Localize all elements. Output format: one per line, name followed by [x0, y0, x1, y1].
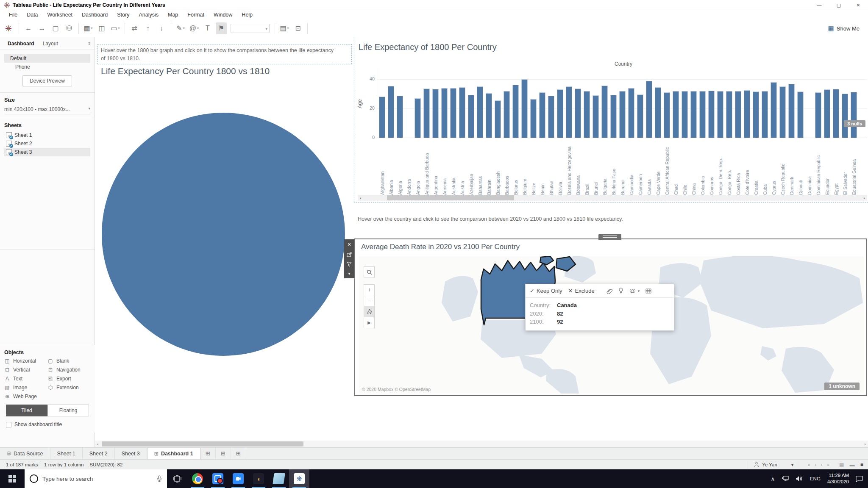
- object-extension[interactable]: ⬡Extension: [47, 385, 91, 391]
- bar-mark-chile[interactable]: [682, 91, 688, 138]
- bar-mark-afghanistan[interactable]: [379, 97, 385, 138]
- go-to-sheet-icon[interactable]: [347, 252, 352, 257]
- menu-format[interactable]: Format: [183, 12, 209, 18]
- bar-mark-burkina-faso[interactable]: [610, 95, 617, 138]
- maximize-icon[interactable]: ▢: [829, 0, 849, 10]
- floating-button[interactable]: Floating: [47, 405, 89, 416]
- user-menu[interactable]: Ye Yan ▾: [748, 461, 800, 469]
- object-blank[interactable]: ▢Blank: [47, 358, 91, 364]
- presentation-mode-button[interactable]: ⊡: [292, 22, 303, 34]
- show-cards-button[interactable]: ▤▾: [279, 22, 290, 34]
- scroll-thumb[interactable]: [387, 195, 514, 200]
- fit-dropdown[interactable]: ▾: [231, 24, 270, 33]
- undo-button[interactable]: ←: [23, 22, 34, 34]
- tableau-home-icon[interactable]: [5, 25, 12, 32]
- object-horizontal[interactable]: ◫Horizontal: [4, 358, 47, 364]
- fix-axes-pin-button[interactable]: ⚑: [216, 22, 227, 34]
- sheet-list-item-sheet-3[interactable]: ıı✔Sheet 3: [4, 148, 90, 156]
- object-vertical[interactable]: ⊟Vertical: [4, 367, 47, 373]
- bar-mark-central-african-republic[interactable]: [664, 92, 670, 138]
- view-data-button[interactable]: [645, 288, 651, 294]
- speaker-icon[interactable]: [796, 476, 803, 482]
- bar-mark-australia[interactable]: [450, 88, 456, 138]
- map-more-controls-button[interactable]: ▶: [364, 317, 375, 328]
- bar-mark-cambodia[interactable]: [628, 88, 634, 138]
- bar-mark-cape-verde[interactable]: [655, 87, 661, 138]
- first-sheet-icon[interactable]: «: [808, 463, 810, 467]
- bar-mark-azerbaijan[interactable]: [468, 95, 474, 138]
- bar-mark-cameroon[interactable]: [637, 94, 643, 138]
- highlight-button[interactable]: ✎▾: [175, 22, 186, 34]
- swap-rows-columns-button[interactable]: ⇄: [129, 22, 140, 34]
- menu-dashboard[interactable]: Dashboard: [77, 12, 112, 18]
- sheet-list-item-sheet-2[interactable]: ıı✔Sheet 2: [4, 139, 90, 148]
- sheet-view-icon[interactable]: ■: [860, 462, 863, 468]
- sets-button[interactable]: ▾: [629, 288, 640, 294]
- sheet-list-item-sheet-1[interactable]: ıı✔Sheet 1: [4, 131, 90, 139]
- bar-mark-antigua-and-barbuda[interactable]: [423, 89, 430, 138]
- bar-mark-bolivia[interactable]: [557, 89, 563, 138]
- microphone-icon[interactable]: [157, 475, 162, 482]
- pie-chart-mark[interactable]: [102, 113, 345, 356]
- bar-mark-bosnia-and-herzegovina[interactable]: [566, 86, 572, 138]
- more-options-icon[interactable]: ▾: [348, 272, 351, 276]
- taskbar-app-glass[interactable]: [269, 469, 289, 488]
- menu-data[interactable]: Data: [22, 12, 42, 18]
- bar-mark-equatorial-guinea[interactable]: [851, 92, 857, 138]
- show-tabs-icon[interactable]: ▦: [839, 462, 844, 468]
- map-attribution[interactable]: © 2020 Mapbox © OpenStreetMap: [362, 387, 431, 392]
- dashboard-scrollbar[interactable]: ‹ ›: [95, 441, 868, 447]
- bar-mark-belize[interactable]: [530, 99, 537, 138]
- nulls-indicator-badge[interactable]: 3 nulls: [844, 120, 865, 127]
- object-web-page[interactable]: ⊕Web Page: [4, 394, 47, 399]
- bar-mark-congo-rep-[interactable]: [726, 91, 732, 138]
- unknown-indicator-badge[interactable]: 1 unknown: [824, 383, 860, 390]
- bar-mark-belgium[interactable]: [521, 79, 528, 138]
- annotation-button[interactable]: @▾: [189, 22, 200, 34]
- bar-mark-croatia[interactable]: [753, 92, 759, 138]
- show-dashboard-title-checkbox[interactable]: [6, 422, 11, 427]
- network-icon[interactable]: [782, 476, 789, 482]
- new-story-button[interactable]: ⊞: [231, 448, 246, 459]
- bar-mark-bulgaria[interactable]: [601, 86, 608, 138]
- bar-mark-colombia[interactable]: [699, 91, 706, 138]
- bar-mark-angola[interactable]: [415, 98, 421, 138]
- duplicate-sheet-button[interactable]: ◫: [96, 22, 107, 34]
- device-preview-button[interactable]: Device Preview: [22, 75, 72, 86]
- tiled-button[interactable]: Tiled: [6, 405, 47, 416]
- bar-mark-argentina[interactable]: [432, 89, 439, 138]
- taskbar-app-tableau[interactable]: ❋: [289, 469, 309, 488]
- scroll-thumb[interactable]: [102, 441, 303, 446]
- last-sheet-icon[interactable]: »: [827, 463, 829, 467]
- create-group-button[interactable]: [606, 288, 612, 294]
- bar-mark-china[interactable]: [690, 91, 697, 138]
- bar-mark-chad[interactable]: [673, 91, 679, 138]
- use-as-filter-icon[interactable]: [347, 262, 352, 267]
- bar-mark-bahamas[interactable]: [477, 86, 483, 138]
- menu-help[interactable]: Help: [237, 12, 257, 18]
- menu-worksheet[interactable]: Worksheet: [43, 12, 78, 18]
- menu-file[interactable]: File: [4, 12, 22, 18]
- task-view-button[interactable]: [167, 469, 187, 488]
- tab-data-source[interactable]: ⛁Data Source: [0, 448, 50, 459]
- bar-mark-armenia[interactable]: [441, 88, 448, 138]
- sort-ascending-button[interactable]: ↑: [142, 22, 153, 34]
- taskbar-app-zoom[interactable]: [228, 469, 248, 488]
- menu-map[interactable]: Map: [163, 12, 183, 18]
- close-icon[interactable]: ✕: [849, 0, 868, 10]
- tab-sheet-1[interactable]: Sheet 1: [50, 448, 83, 459]
- redo-button[interactable]: →: [36, 22, 47, 34]
- object-navigation[interactable]: ⊡Navigation: [47, 367, 91, 373]
- object-text[interactable]: AText: [4, 376, 47, 382]
- menu-window[interactable]: Window: [209, 12, 237, 18]
- bar-mark-algeria[interactable]: [397, 96, 403, 138]
- language-indicator[interactable]: ENG: [810, 476, 821, 481]
- bar-mark-denmark[interactable]: [788, 84, 795, 138]
- collapse-pane-icon[interactable]: ⇕: [88, 41, 91, 46]
- bar-mark-bhutan[interactable]: [548, 96, 554, 138]
- bar-mark-austria[interactable]: [459, 87, 465, 138]
- bar-mark-congo-dem-rep-[interactable]: [717, 91, 723, 138]
- tab-sheet-2[interactable]: Sheet 2: [83, 448, 115, 459]
- taskbar-app-chrome[interactable]: [187, 469, 208, 488]
- bar-mark-cote-d-ivoire[interactable]: [744, 90, 750, 138]
